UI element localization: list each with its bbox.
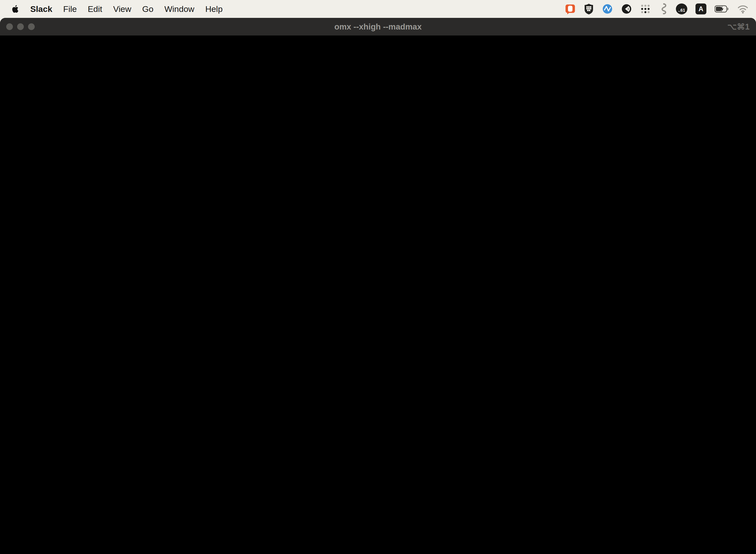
apple-menu-icon[interactable] <box>12 3 19 15</box>
menu-item-window[interactable]: Window <box>165 4 194 14</box>
meter-badge-icon[interactable]: ..61 <box>676 3 687 14</box>
wifi-icon[interactable] <box>737 3 749 15</box>
menu-item-edit[interactable]: Edit <box>88 4 103 14</box>
terminal-window: omx --xhigh --madmax ⌥⌘1 <box>0 18 756 554</box>
window-title: omx --xhigh --madmax <box>0 18 756 36</box>
clip-hook-icon[interactable] <box>659 3 668 15</box>
media-player-icon[interactable] <box>621 3 632 15</box>
menu-item-view[interactable]: View <box>113 4 131 14</box>
menu-item-help[interactable]: Help <box>205 4 223 14</box>
network-pulse-icon[interactable] <box>602 3 613 15</box>
macos-menu-bar: Slack FileEditViewGoWindowHelp ..61 A <box>0 0 756 18</box>
menu-item-file[interactable]: File <box>63 4 77 14</box>
battery-icon[interactable] <box>714 3 729 15</box>
dots-grid-icon[interactable] <box>640 3 650 15</box>
privacy-shield-icon[interactable] <box>584 3 594 15</box>
menu-app-name[interactable]: Slack <box>30 4 52 14</box>
menu-item-go[interactable]: Go <box>142 4 153 14</box>
input-source-icon[interactable]: A <box>695 3 706 14</box>
window-titlebar: omx --xhigh --madmax ⌥⌘1 <box>0 18 756 36</box>
window-shortcut-hint: ⌥⌘1 <box>728 18 750 36</box>
screen-recording-icon[interactable] <box>565 3 576 15</box>
